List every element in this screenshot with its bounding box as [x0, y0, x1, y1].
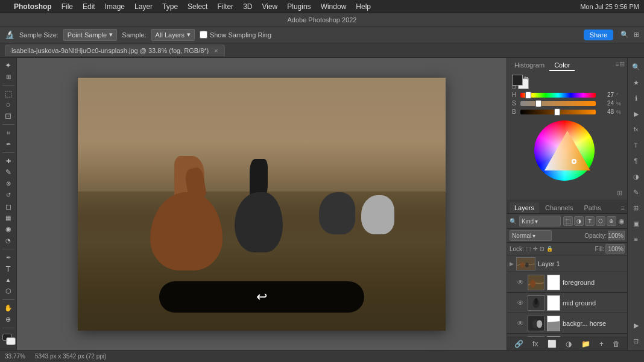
fx-icon[interactable]: fx: [630, 123, 643, 136]
text-icon[interactable]: T: [630, 139, 643, 152]
clone-tool[interactable]: ⊗: [2, 178, 15, 189]
new-adjustment-button[interactable]: ◑: [564, 339, 573, 349]
brush-presets-icon[interactable]: ✎: [630, 186, 643, 199]
menu-3d[interactable]: 3D: [239, 1, 256, 12]
default-colors-icon[interactable]: ⊡: [512, 84, 516, 90]
menu-help[interactable]: Help: [352, 1, 375, 12]
layer-row[interactable]: 👁 foreground: [507, 272, 627, 293]
menu-file[interactable]: File: [57, 1, 77, 12]
lasso-tool[interactable]: ○: [2, 99, 15, 110]
extra-icon[interactable]: ≡: [630, 232, 643, 246]
document-tab[interactable]: isabella-juskova-9aNltHjuOc0-unsplash.jp…: [5, 45, 225, 56]
shape-filter-icon[interactable]: ⬡: [596, 216, 605, 226]
hand-tool[interactable]: ✋: [2, 303, 15, 313]
close-tab-icon[interactable]: ×: [214, 47, 218, 54]
type-filter-icon[interactable]: T: [585, 216, 595, 226]
new-group-button[interactable]: 📁: [580, 339, 592, 349]
show-sampling-checkbox[interactable]: [200, 31, 207, 39]
search-icon[interactable]: 🔍: [620, 31, 629, 39]
learn-icon[interactable]: ★: [630, 76, 643, 89]
fill-input[interactable]: 100%: [605, 244, 625, 254]
healing-tool[interactable]: ✚: [2, 156, 15, 166]
brush-tool[interactable]: ✎: [2, 167, 15, 178]
menu-select[interactable]: Select: [183, 1, 212, 12]
show-sampling-checkbox-area[interactable]: Show Sampling Ring: [200, 31, 271, 39]
lock-all-icon[interactable]: 🔒: [546, 246, 553, 252]
tab-channels[interactable]: Channels: [540, 202, 578, 213]
menu-layer[interactable]: Layer: [130, 1, 157, 12]
tab-color[interactable]: Color: [549, 60, 575, 71]
zoom-tool[interactable]: ⊕: [2, 314, 15, 325]
object-select-tool[interactable]: ⊡: [2, 111, 15, 121]
panel-expand-icon[interactable]: ⊞: [619, 60, 625, 71]
layer-row[interactable]: 👁 mid ground: [507, 293, 627, 313]
path-select-tool[interactable]: ▲: [2, 275, 15, 285]
history-brush[interactable]: ↺: [2, 190, 15, 200]
back-button[interactable]: ↩: [159, 281, 364, 313]
layer-vis-icon[interactable]: 👁: [517, 299, 525, 307]
eyedropper-tool[interactable]: ✒: [2, 139, 15, 149]
menu-view[interactable]: View: [257, 1, 282, 12]
info-icon[interactable]: ℹ: [630, 92, 643, 105]
pixel-filter-icon[interactable]: ⬚: [563, 216, 573, 226]
menu-photoshop[interactable]: Photoshop: [10, 1, 56, 12]
smart-filter-icon[interactable]: ⊕: [607, 216, 616, 226]
sample-select[interactable]: All Layers ▾: [151, 29, 195, 41]
marquee-tool[interactable]: ⬚: [2, 89, 15, 99]
adjustment-filter-icon[interactable]: ◑: [574, 216, 584, 226]
channels-icon[interactable]: ▣: [630, 217, 643, 230]
lock-checkerboard-icon[interactable]: ⬚: [526, 246, 531, 252]
shape-tool[interactable]: ⬡: [2, 286, 15, 296]
layer-vis-icon[interactable]: 👁: [517, 278, 525, 287]
kind-select[interactable]: Kind ▾: [519, 216, 561, 226]
find-icon[interactable]: 🔍: [630, 60, 643, 73]
add-style-button[interactable]: fx: [531, 339, 539, 349]
opacity-input[interactable]: 100%: [608, 231, 625, 240]
blend-mode-select[interactable]: Normal ▾: [510, 230, 552, 241]
menu-image[interactable]: Image: [101, 1, 129, 12]
adjustments-icon[interactable]: ◑: [630, 170, 643, 183]
new-layer-button[interactable]: +: [598, 339, 605, 349]
background-color[interactable]: [6, 337, 16, 345]
sat-slider[interactable]: [520, 101, 596, 106]
crop-tool[interactable]: ⌗: [2, 128, 15, 138]
timeline-icon[interactable]: ⊡: [630, 334, 643, 348]
play-icon[interactable]: ▶: [630, 319, 643, 332]
actions-icon[interactable]: ▶: [630, 107, 643, 120]
menu-window[interactable]: Window: [317, 1, 351, 12]
guides-icon[interactable]: ⊞: [630, 201, 643, 214]
lock-move-icon[interactable]: ✛: [533, 246, 538, 252]
menu-filter[interactable]: Filter: [213, 1, 238, 12]
eraser-tool[interactable]: ◻: [2, 201, 15, 211]
color-wheel-area[interactable]: [510, 118, 625, 189]
layer-row[interactable]: ▶ Layer 1: [507, 255, 627, 272]
canvas-area[interactable]: ↩: [17, 58, 507, 350]
gradient-tool[interactable]: ▦: [2, 213, 15, 223]
lock-artboard-icon[interactable]: ⊡: [540, 246, 545, 252]
artboard-tool[interactable]: ⊞: [2, 72, 15, 82]
menu-plugins[interactable]: Plugins: [283, 1, 315, 12]
layers-menu-icon[interactable]: ≡: [621, 204, 625, 211]
layer-row[interactable]: 👁 backgr... horse: [507, 313, 627, 334]
layer-vis-icon[interactable]: 👁: [517, 319, 525, 328]
dodge-tool[interactable]: ◔: [2, 236, 15, 246]
layer-expand-icon[interactable]: ▶: [510, 261, 514, 267]
link-layers-button[interactable]: 🔗: [513, 339, 525, 349]
pen-tool[interactable]: ✒: [2, 252, 15, 263]
panel-options-icon[interactable]: ⊞: [634, 31, 639, 39]
filter-toggle-icon[interactable]: ◉: [619, 217, 625, 225]
bright-slider[interactable]: [520, 110, 596, 114]
swap-colors-icon[interactable]: ⇆: [524, 75, 529, 81]
sample-size-select[interactable]: Point Sample ▾: [63, 29, 117, 41]
menu-type[interactable]: Type: [158, 1, 182, 12]
paragraph-icon[interactable]: ¶: [630, 154, 643, 167]
tab-layers[interactable]: Layers: [510, 202, 539, 213]
move-tool[interactable]: ✦: [2, 60, 15, 70]
delete-layer-button[interactable]: 🗑: [611, 339, 621, 349]
type-tool[interactable]: T: [2, 264, 15, 274]
blur-tool[interactable]: ◉: [2, 224, 15, 234]
tab-histogram[interactable]: Histogram: [510, 60, 549, 71]
color-panel-extra-icon[interactable]: ⊞: [617, 189, 622, 197]
menu-edit[interactable]: Edit: [78, 1, 99, 12]
tab-paths[interactable]: Paths: [579, 202, 606, 213]
